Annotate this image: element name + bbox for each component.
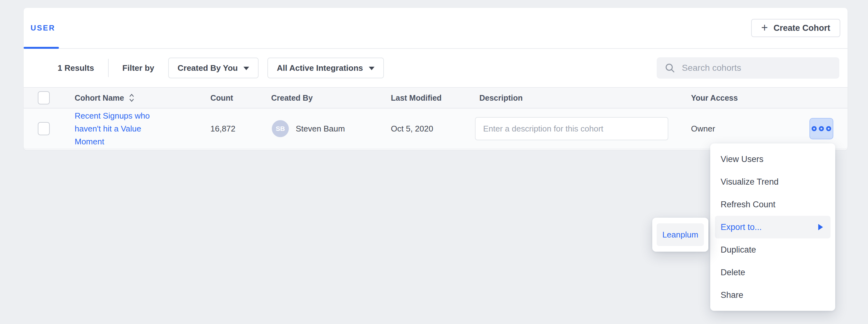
create-cohort-button[interactable]: + Create Cohort — [751, 19, 840, 37]
menu-item-export-to-label: Export to... — [721, 222, 762, 232]
table-header: Cohort Name Count Created By Last Modifi… — [24, 88, 847, 109]
cohort-count: 16,872 — [210, 124, 271, 134]
column-description[interactable]: Description — [475, 94, 691, 103]
export-submenu: Leanplum — [652, 218, 708, 252]
submenu-arrow-icon — [818, 224, 823, 230]
menu-item-share[interactable]: Share — [710, 284, 835, 307]
tab-user[interactable]: USER — [24, 8, 67, 48]
cohort-name-header-label: Cohort Name — [75, 94, 124, 103]
tab-user-label: USER — [31, 24, 56, 32]
search-input[interactable] — [681, 63, 833, 73]
last-modified-date: Oct 5, 2020 — [391, 124, 475, 134]
integrations-dropdown-value: All Active Integrations — [277, 63, 363, 73]
filter-bar: 1 Results Filter by Created By You All A… — [24, 49, 847, 88]
integrations-dropdown[interactable]: All Active Integrations — [268, 58, 384, 78]
ellipsis-icon — [812, 126, 817, 131]
row-actions-button[interactable] — [809, 118, 833, 139]
created-by-dropdown[interactable]: Created By You — [168, 58, 258, 78]
cohort-name-link[interactable]: Recent Signups who haven't hit a Value M… — [75, 109, 160, 148]
row-checkbox[interactable] — [38, 122, 50, 135]
filter-by-label: Filter by — [123, 63, 154, 73]
column-cohort-name[interactable]: Cohort Name — [75, 93, 210, 103]
avatar: SB — [272, 120, 289, 137]
chevron-down-icon — [369, 67, 374, 70]
plus-icon: + — [761, 22, 768, 33]
submenu-item-leanplum[interactable]: Leanplum — [657, 223, 704, 246]
menu-item-refresh-count[interactable]: Refresh Count — [710, 193, 835, 216]
create-cohort-label: Create Cohort — [774, 23, 830, 33]
select-all-checkbox[interactable] — [38, 91, 50, 104]
sort-icon — [128, 93, 135, 103]
search-cohorts-box[interactable] — [657, 57, 839, 79]
column-created-by[interactable]: Created By — [271, 94, 391, 103]
cohorts-panel: USER + Create Cohort 1 Results Filter by… — [24, 8, 847, 150]
access-level: Owner — [691, 124, 715, 134]
menu-item-export-to[interactable]: Export to... — [715, 216, 831, 239]
description-input[interactable] — [475, 117, 668, 140]
created-by-dropdown-value: Created By You — [178, 63, 238, 73]
column-your-access[interactable]: Your Access — [691, 94, 847, 103]
menu-item-view-users[interactable]: View Users — [710, 148, 835, 171]
menu-item-duplicate[interactable]: Duplicate — [710, 239, 835, 261]
search-icon — [664, 62, 676, 74]
results-count: 1 Results — [58, 63, 94, 73]
chevron-down-icon — [244, 67, 249, 70]
row-actions-menu: View Users Visualize Trend Refresh Count… — [710, 143, 835, 311]
column-last-modified[interactable]: Last Modified — [391, 94, 475, 103]
vertical-divider — [108, 59, 108, 77]
menu-item-visualize-trend[interactable]: Visualize Trend — [710, 171, 835, 193]
menu-item-delete[interactable]: Delete — [710, 261, 835, 284]
created-by-name: Steven Baum — [296, 124, 345, 134]
tab-bar: USER + Create Cohort — [24, 8, 847, 49]
ellipsis-icon — [826, 126, 831, 131]
column-count[interactable]: Count — [210, 94, 271, 103]
ellipsis-icon — [819, 126, 824, 131]
